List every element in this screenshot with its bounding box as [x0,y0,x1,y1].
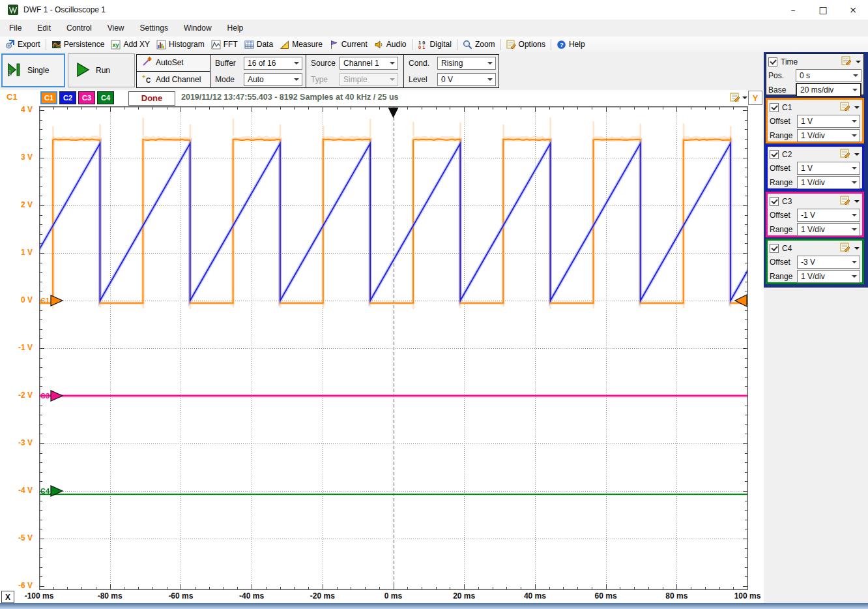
oscilloscope-plot[interactable] [39,106,748,590]
offset-select[interactable]: -1 V [797,209,860,222]
svg-text:0 1: 0 1 [418,44,425,50]
field-source: SourceChannel 1 [306,55,403,71]
close-button[interactable]: × [838,0,868,20]
x-tick-label: 0 ms [371,591,416,601]
channel-tab-c2[interactable]: C2 [59,91,76,104]
x-axis-button[interactable]: X [1,591,14,603]
menu-item-window[interactable]: Window [176,21,220,35]
toolbar-measure-button[interactable]: Measure [276,39,326,50]
menu-item-edit[interactable]: Edit [29,21,59,35]
panel-options-button[interactable] [840,149,851,161]
run-icon [75,61,91,80]
type-select[interactable]: Simple [340,73,398,86]
add-channel-button[interactable]: + C Add Channel [137,72,210,88]
row-label: Range [770,225,797,234]
window-bottom-edge [0,603,868,609]
base-select[interactable]: 20 ms/div [796,83,861,97]
toolbar-current-button[interactable]: Current [326,39,371,50]
chevron-down-icon [853,74,858,77]
enable-checkbox[interactable] [770,150,779,159]
channel-panel-c4: C4Offset-3 VRange1 V/div [766,239,864,284]
panel-options-button[interactable] [840,102,851,114]
pos-select[interactable]: 0 s [796,69,861,82]
zoom-icon [463,40,472,50]
toolbar-add-xy-button[interactable]: xyAdd XY [108,39,153,50]
toolbar-label: Data [257,40,273,49]
offset-select[interactable]: -3 V [797,256,860,269]
range-select[interactable]: 1 V/div [797,176,860,189]
toolbar-digital-button[interactable]: 1 00 1Digital [414,39,455,50]
range-select[interactable]: 1 V/div [797,270,860,283]
plot-options-button[interactable] [730,93,748,102]
export-icon [5,40,15,50]
toolbar-zoom-button[interactable]: Zoom [459,39,499,50]
single-icon: 1 [6,61,23,80]
menu-item-help[interactable]: Help [220,21,252,35]
toolbar-separator [551,39,551,50]
menu-item-view[interactable]: View [100,21,132,35]
toolbar-options-button[interactable]: Options [503,39,549,50]
menu-item-settings[interactable]: Settings [132,21,176,35]
panel-row-range: Range1 V/div [768,175,862,190]
selected-value: Rising [441,59,463,68]
offset-select[interactable]: 1 V [797,162,860,175]
toolbar-fft-button[interactable]: FFT [208,39,241,50]
toolbar-histogram-button[interactable]: Histogram [153,39,208,50]
field-label: Source [311,59,340,68]
selected-value: 20 ms/div [800,85,833,95]
toolbar-help-button[interactable]: ?Help [553,39,588,50]
menu-item-file[interactable]: File [1,21,29,35]
single-button[interactable]: 1 Single [1,53,65,87]
toolbar-separator [500,39,501,50]
toolbar-audio-button[interactable]: Audio [371,39,410,50]
measure-icon [280,40,289,50]
fft-icon [211,40,221,50]
menu-item-control[interactable]: Control [59,21,100,35]
chevron-down-icon [852,167,857,170]
range-select[interactable]: 1 V/div [797,223,860,236]
y-axis-button[interactable]: Y [748,91,762,105]
toolbar: ExportPersistencexyAdd XYHistogramFFTDat… [0,37,868,52]
panel-options-button[interactable] [841,56,852,68]
offset-select[interactable]: 1 V [797,115,860,128]
field-label: Level [409,75,437,84]
mode-select[interactable]: Auto [244,73,302,86]
panel-row-offset: Offset1 V [768,114,862,128]
enable-checkbox[interactable] [768,57,777,67]
row-label: Range [770,272,797,281]
range-select[interactable]: 1 V/div [797,129,860,142]
panel-options-button[interactable] [840,243,851,255]
toolbar-export-button[interactable]: Export [2,39,44,50]
source-select[interactable]: Channel 1 [340,57,398,70]
channel-tab-c1[interactable]: C1 [40,91,57,104]
enable-checkbox[interactable] [770,244,779,253]
panel-title: C4 [782,244,837,253]
selected-value: 0 s [800,71,810,80]
channel-tab-c3[interactable]: C3 [78,91,95,104]
enable-checkbox[interactable] [770,197,779,206]
autoset-button[interactable]: AutoSet [137,55,210,72]
run-label: Run [96,66,110,75]
chevron-down-icon [390,62,395,65]
enable-checkbox[interactable] [770,103,779,112]
y-tick-label: 3 V [1,153,33,162]
chevron-down-icon [854,247,860,250]
toolbar-persistence-button[interactable]: Persistence [48,39,108,50]
toolbar-data-button[interactable]: Data [241,39,276,50]
options-icon [506,40,516,50]
run-button[interactable]: Run [68,53,135,87]
buffer-select[interactable]: 16 of 16 [244,57,302,70]
svg-text:xy: xy [113,42,119,48]
minimize-button[interactable]: – [778,0,808,20]
maximize-button[interactable]: □ [808,0,838,20]
cond-select[interactable]: Rising [437,57,496,70]
toolbar-separator [457,39,457,50]
channel-tab-c4[interactable]: C4 [97,91,114,104]
toolbar-label: Current [341,40,368,49]
selected-value: 1 V/div [801,178,825,187]
level-select[interactable]: 0 V [437,73,496,86]
selected-value: 1 V/div [801,131,825,140]
toolbar-label: Export [18,40,40,49]
chevron-down-icon [487,62,493,65]
panel-options-button[interactable] [840,196,851,208]
